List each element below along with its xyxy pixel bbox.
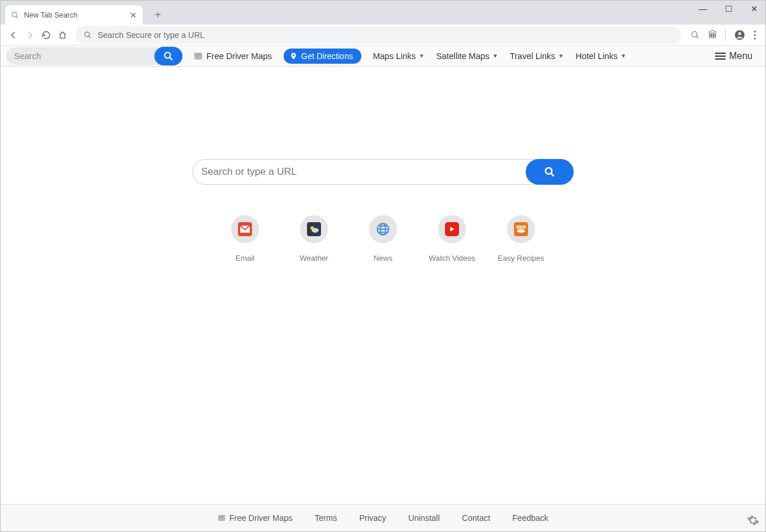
dropdown-label: Satellite Maps (436, 51, 489, 61)
toolbar-search[interactable]: Search (6, 47, 182, 65)
svg-line-5 (89, 36, 91, 37)
nav-buttons (5, 30, 71, 40)
caret-icon: ▼ (558, 53, 564, 59)
omnibox-placeholder: Search Secure or type a URL (98, 30, 205, 40)
home-button[interactable] (58, 30, 67, 40)
browser-tab[interactable]: New Tab Search ✕ (5, 5, 143, 25)
svg-point-9 (738, 32, 741, 34)
tab-title: New Tab Search (24, 11, 78, 19)
globe-icon (369, 215, 397, 243)
browser-toolbar: Search Secure or type a URL 🏛 (1, 25, 765, 46)
dropdown-label: Maps Links (373, 51, 416, 61)
maps-links-dropdown[interactable]: Maps Links▼ (373, 51, 425, 61)
travel-links-dropdown[interactable]: Travel Links▼ (510, 51, 564, 61)
gear-icon[interactable] (747, 514, 760, 527)
svg-point-6 (692, 32, 697, 37)
tile-videos[interactable]: Watch Videos (437, 215, 467, 262)
caret-icon: ▼ (492, 53, 498, 59)
svg-point-4 (85, 32, 89, 36)
back-button[interactable] (9, 30, 18, 40)
svg-text:RECIPES: RECIPES (516, 226, 526, 229)
center-search-input[interactable] (201, 166, 526, 178)
footer-uninstall[interactable]: Uninstall (408, 513, 440, 523)
profile-icon[interactable] (734, 29, 746, 41)
svg-point-13 (165, 52, 171, 58)
svg-point-0 (12, 12, 17, 16)
page-content: Email Weather News Watch Videos RECIPES … (1, 67, 765, 503)
gmail-icon (231, 215, 259, 243)
library-icon[interactable]: 🏛 (708, 30, 717, 40)
svg-point-24 (312, 228, 319, 233)
footer-brand-link[interactable]: Free Driver Maps (218, 513, 292, 523)
footer-terms[interactable]: Terms (315, 513, 337, 523)
window-controls: — ☐ ✕ (695, 4, 762, 13)
toolbar-search-placeholder: Search (14, 51, 41, 61)
toolbar-search-button[interactable] (154, 47, 182, 65)
footer-brand-label: Free Driver Maps (229, 513, 292, 523)
get-directions-button[interactable]: Get Directions (284, 49, 361, 64)
shortcut-tiles: Email Weather News Watch Videos RECIPES … (230, 215, 536, 262)
svg-point-11 (754, 34, 755, 36)
tile-label: Watch Videos (429, 254, 475, 262)
pin-icon (289, 52, 298, 60)
omnibox[interactable]: Search Secure or type a URL (75, 26, 681, 44)
tile-email[interactable]: Email (230, 215, 260, 262)
svg-point-12 (754, 37, 755, 39)
satellite-maps-dropdown[interactable]: Satellite Maps▼ (436, 51, 498, 61)
tile-recipes[interactable]: RECIPES Easy Recipes (506, 215, 536, 262)
brand-label: Free Driver Maps (206, 51, 272, 61)
divider (725, 29, 726, 41)
reload-button[interactable] (42, 30, 51, 40)
svg-line-21 (551, 174, 554, 177)
recipes-icon: RECIPES (507, 215, 535, 243)
youtube-icon (438, 215, 466, 243)
tile-label: Email (236, 254, 255, 262)
search-icon (11, 11, 19, 19)
svg-point-33 (517, 229, 525, 233)
svg-line-14 (170, 57, 172, 60)
footer-privacy[interactable]: Privacy (359, 513, 386, 523)
kebab-menu-icon[interactable] (754, 30, 756, 40)
tile-news[interactable]: News (368, 215, 398, 262)
close-icon[interactable]: ✕ (130, 11, 137, 20)
menu-button[interactable]: Menu (715, 51, 760, 61)
zoom-icon[interactable] (691, 30, 700, 40)
footer-feedback[interactable]: Feedback (512, 513, 548, 523)
forward-button[interactable] (25, 30, 34, 40)
search-icon (84, 31, 92, 39)
svg-marker-30 (450, 227, 454, 232)
tile-label: Easy Recipes (498, 254, 544, 262)
caret-icon: ▼ (620, 53, 626, 59)
tile-weather[interactable]: Weather (299, 215, 329, 262)
minimize-button[interactable]: — (695, 4, 710, 13)
extension-toolbar: Search Free Driver Maps Get Directions M… (1, 46, 765, 67)
footer-contact[interactable]: Contact (462, 513, 490, 523)
svg-point-20 (546, 168, 552, 174)
close-window-button[interactable]: ✕ (747, 4, 762, 13)
dropdown-label: Hotel Links (575, 51, 617, 61)
browser-tab-strip: New Tab Search ✕ — ☐ ✕ (1, 1, 765, 25)
svg-point-16 (293, 54, 295, 56)
caret-icon: ▼ (419, 53, 425, 59)
menu-label: Menu (729, 51, 753, 61)
weather-icon (300, 215, 328, 243)
dropdown-label: Travel Links (510, 51, 555, 61)
tile-label: Weather (300, 254, 329, 262)
toolbar-right: 🏛 (686, 29, 761, 41)
new-tab-button[interactable] (150, 6, 166, 23)
tile-label: News (374, 254, 393, 262)
map-icon (218, 514, 226, 522)
center-search (192, 159, 574, 185)
get-directions-label: Get Directions (301, 51, 353, 61)
map-icon (194, 51, 203, 61)
hotel-links-dropdown[interactable]: Hotel Links▼ (575, 51, 626, 61)
svg-line-1 (16, 16, 18, 18)
footer: Free Driver Maps Terms Privacy Uninstall… (1, 504, 765, 531)
hamburger-icon (715, 52, 726, 60)
svg-point-10 (754, 30, 755, 32)
center-search-button[interactable] (526, 159, 574, 185)
maximize-button[interactable]: ☐ (721, 4, 736, 13)
svg-line-7 (696, 36, 698, 38)
brand-link[interactable]: Free Driver Maps (194, 51, 272, 61)
